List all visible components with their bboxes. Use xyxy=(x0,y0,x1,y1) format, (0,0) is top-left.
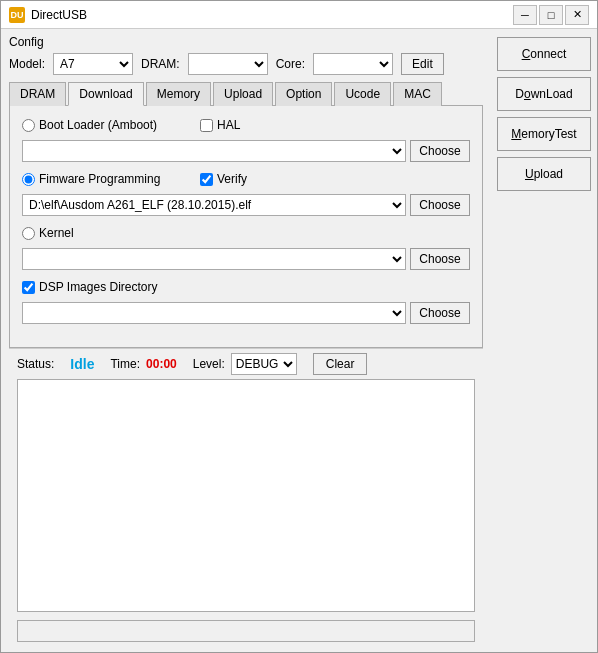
status-label: Status: xyxy=(17,357,54,371)
tab-dram[interactable]: DRAM xyxy=(9,82,66,106)
connect-button[interactable]: Connect xyxy=(497,37,591,71)
tab-mac[interactable]: MAC xyxy=(393,82,442,106)
dsp-path[interactable] xyxy=(22,302,406,324)
dram-label: DRAM: xyxy=(141,57,180,71)
tab-bar: DRAM Download Memory Upload Option Ucode… xyxy=(9,81,483,106)
window-controls: ─ □ ✕ xyxy=(513,5,589,25)
firmware-choose-btn[interactable]: Choose xyxy=(410,194,470,216)
config-section: Config Model: A7 DRAM: Core: Edit xyxy=(9,35,483,75)
time-label: Time: xyxy=(110,357,140,371)
dram-select[interactable] xyxy=(188,53,268,75)
kernel-radio[interactable] xyxy=(22,227,35,240)
level-label: Level: xyxy=(193,357,225,371)
dsp-option: DSP Images Directory xyxy=(22,280,157,294)
hal-checkbox[interactable] xyxy=(200,119,213,132)
firmware-radio[interactable] xyxy=(22,173,35,186)
dsp-path-row: Choose xyxy=(22,302,470,324)
core-label: Core: xyxy=(276,57,305,71)
verify-checkbox[interactable] xyxy=(200,173,213,186)
bottom-status-bar xyxy=(17,620,475,642)
tab-option[interactable]: Option xyxy=(275,82,332,106)
memory-test-label: MemoryTest xyxy=(511,127,576,141)
tab-download[interactable]: Download xyxy=(68,82,143,106)
dsp-checkbox[interactable] xyxy=(22,281,35,294)
download-button[interactable]: DownLoad xyxy=(497,77,591,111)
app-icon: DU xyxy=(9,7,25,23)
minimize-button[interactable]: ─ xyxy=(513,5,537,25)
level-section: Level: DEBUG INFO WARN ERROR xyxy=(193,353,297,375)
hal-label: HAL xyxy=(217,118,240,132)
tab-memory[interactable]: Memory xyxy=(146,82,211,106)
level-select[interactable]: DEBUG INFO WARN ERROR xyxy=(231,353,297,375)
kernel-choose-btn[interactable]: Choose xyxy=(410,248,470,270)
status-bar: Status: Idle Time: 00:00 Level: DEBUG IN… xyxy=(9,348,483,379)
clear-button[interactable]: Clear xyxy=(313,353,368,375)
log-section xyxy=(9,379,483,646)
kernel-row: Kernel xyxy=(22,226,470,240)
model-label: Model: xyxy=(9,57,45,71)
core-select[interactable] xyxy=(313,53,393,75)
dsp-row: DSP Images Directory xyxy=(22,280,470,294)
tabs-container: DRAM Download Memory Upload Option Ucode… xyxy=(9,81,483,348)
memory-test-button[interactable]: MemoryTest xyxy=(497,117,591,151)
right-panel: Connect DownLoad MemoryTest Upload xyxy=(491,29,597,652)
firmware-path-row: D:\elf\Ausdom A261_ELF (28.10.2015).elf … xyxy=(22,194,470,216)
time-section: Time: 00:00 xyxy=(110,357,176,371)
config-row: Model: A7 DRAM: Core: Edit xyxy=(9,53,483,75)
title-bar: DU DirectUSB ─ □ ✕ xyxy=(1,1,597,29)
boot-loader-option[interactable]: Boot Loader (Amboot) xyxy=(22,118,172,132)
window-title: DirectUSB xyxy=(31,8,513,22)
log-area[interactable] xyxy=(17,379,475,612)
edit-button[interactable]: Edit xyxy=(401,53,444,75)
model-select[interactable]: A7 xyxy=(53,53,133,75)
dsp-label: DSP Images Directory xyxy=(39,280,157,294)
maximize-button[interactable]: □ xyxy=(539,5,563,25)
boot-loader-path[interactable] xyxy=(22,140,406,162)
boot-loader-row: Boot Loader (Amboot) HAL xyxy=(22,118,470,132)
close-button[interactable]: ✕ xyxy=(565,5,589,25)
tab-content-download: Boot Loader (Amboot) HAL Choose xyxy=(9,106,483,348)
kernel-path-row: Choose xyxy=(22,248,470,270)
upload-button[interactable]: Upload xyxy=(497,157,591,191)
boot-loader-label: Boot Loader (Amboot) xyxy=(39,118,157,132)
status-value: Idle xyxy=(70,356,94,372)
connect-label: Connect xyxy=(522,47,567,61)
time-value: 00:00 xyxy=(146,357,177,371)
kernel-option[interactable]: Kernel xyxy=(22,226,172,240)
verify-label: Verify xyxy=(217,172,247,186)
firmware-option[interactable]: Fimware Programming xyxy=(22,172,172,186)
hal-option: HAL xyxy=(200,118,240,132)
upload-label: Upload xyxy=(525,167,563,181)
tab-upload[interactable]: Upload xyxy=(213,82,273,106)
kernel-path[interactable] xyxy=(22,248,406,270)
boot-loader-radio[interactable] xyxy=(22,119,35,132)
download-label: DownLoad xyxy=(515,87,572,101)
verify-option: Verify xyxy=(200,172,247,186)
left-panel: Config Model: A7 DRAM: Core: Edit xyxy=(1,29,491,652)
main-content: Config Model: A7 DRAM: Core: Edit xyxy=(1,29,597,652)
config-label: Config xyxy=(9,35,483,49)
main-window: DU DirectUSB ─ □ ✕ Config Model: A7 DRAM… xyxy=(0,0,598,653)
kernel-label: Kernel xyxy=(39,226,74,240)
firmware-label: Fimware Programming xyxy=(39,172,160,186)
firmware-row: Fimware Programming Verify xyxy=(22,172,470,186)
boot-loader-choose-btn[interactable]: Choose xyxy=(410,140,470,162)
tab-ucode[interactable]: Ucode xyxy=(334,82,391,106)
dsp-choose-btn[interactable]: Choose xyxy=(410,302,470,324)
boot-loader-path-row: Choose xyxy=(22,140,470,162)
firmware-path[interactable]: D:\elf\Ausdom A261_ELF (28.10.2015).elf xyxy=(22,194,406,216)
